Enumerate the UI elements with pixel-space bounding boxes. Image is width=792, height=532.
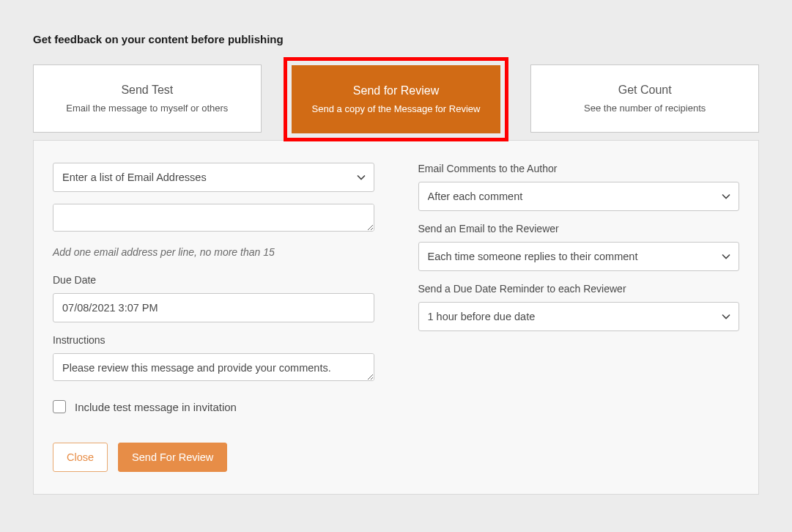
due-reminder-label: Send a Due Date Reminder to each Reviewe…	[418, 283, 740, 295]
email-comments-select[interactable]: After each comment	[418, 182, 740, 211]
instructions-label: Instructions	[53, 334, 374, 346]
tab-send-for-review-subtitle: Send a copy of the Message for Review	[300, 103, 492, 114]
email-reviewer-label: Send an Email to the Reviewer	[418, 223, 740, 234]
email-reviewer-select[interactable]: Each time someone replies to their comme…	[418, 242, 740, 271]
email-helper-text: Add one email address per line, no more …	[53, 246, 374, 258]
email-list-textarea-group	[53, 204, 374, 234]
tabs-container: Send Test Email the message to myself or…	[33, 64, 759, 134]
left-column: Enter a list of Email Addresses Add one …	[53, 163, 374, 472]
tab-get-count-subtitle: See the number of recipients	[540, 103, 750, 114]
include-test-row: Include test message in invitation	[53, 400, 374, 413]
include-test-label: Include test message in invitation	[75, 401, 237, 413]
tab-send-test-subtitle: Email the message to myself or others	[42, 103, 252, 114]
email-list-textarea[interactable]	[53, 204, 374, 232]
send-for-review-button[interactable]: Send For Review	[118, 443, 227, 472]
due-date-label: Due Date	[53, 274, 374, 286]
tab-send-for-review[interactable]: Send for Review Send a copy of the Messa…	[292, 65, 501, 133]
close-button[interactable]: Close	[53, 443, 108, 472]
tab-send-for-review-highlight: Send for Review Send a copy of the Messa…	[284, 57, 509, 141]
email-list-group: Enter a list of Email Addresses	[53, 163, 374, 192]
tab-get-count-title: Get Count	[540, 84, 750, 97]
due-reminder-select[interactable]: 1 hour before due date	[418, 302, 740, 331]
tab-send-test-title: Send Test	[42, 84, 252, 97]
content-panel: Enter a list of Email Addresses Add one …	[33, 140, 759, 495]
button-row: Close Send For Review	[53, 443, 374, 472]
tab-send-test[interactable]: Send Test Email the message to myself or…	[33, 64, 262, 133]
instructions-textarea[interactable]: Please review this message and provide y…	[53, 353, 374, 381]
page-title: Get feedback on your content before publ…	[33, 33, 759, 45]
tab-get-count[interactable]: Get Count See the number of recipients	[530, 64, 759, 133]
email-reviewer-group: Send an Email to the Reviewer Each time …	[418, 223, 740, 271]
email-list-select[interactable]: Enter a list of Email Addresses	[53, 163, 374, 192]
tab-send-for-review-title: Send for Review	[300, 84, 492, 97]
due-date-input[interactable]	[53, 293, 374, 322]
email-comments-label: Email Comments to the Author	[418, 163, 740, 174]
email-comments-group: Email Comments to the Author After each …	[418, 163, 740, 211]
due-date-group: Due Date	[53, 274, 374, 322]
right-column: Email Comments to the Author After each …	[418, 163, 740, 472]
include-test-checkbox[interactable]	[53, 400, 66, 413]
due-reminder-group: Send a Due Date Reminder to each Reviewe…	[418, 283, 740, 331]
instructions-group: Instructions Please review this message …	[53, 334, 374, 384]
